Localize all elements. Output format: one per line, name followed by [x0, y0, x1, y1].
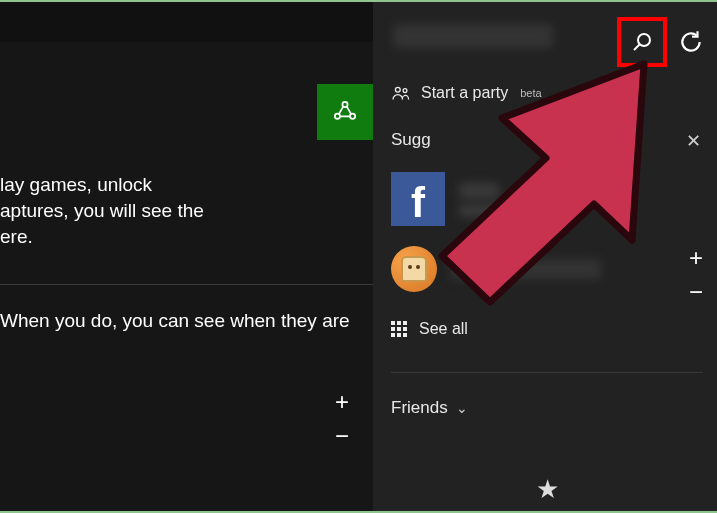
friends-section-header[interactable]: Friends ⌄ [391, 398, 468, 418]
app-window: lay games, unlock aptures, you will see … [0, 2, 717, 511]
username-redacted [451, 259, 601, 279]
friends-pane: Start a party beta Sugg ✕ f ccount ends … [373, 2, 717, 511]
suggestion-title: ccount [459, 181, 582, 199]
text-line: ere. [0, 226, 33, 247]
text-line: lay games, unlock [0, 174, 152, 195]
beta-badge: beta [520, 87, 541, 99]
share-icon [332, 99, 358, 125]
suggestion-labels: ccount ends [459, 181, 582, 216]
divider [0, 284, 373, 285]
start-party-button[interactable]: Start a party beta [391, 84, 542, 102]
friends-empty-text: When you do, you can see when they are [0, 308, 373, 334]
refresh-button[interactable] [675, 26, 707, 58]
suggestions-header: Sugg [391, 130, 431, 150]
party-icon [391, 85, 411, 101]
add-remove-group: + − [689, 248, 703, 302]
avatar [391, 246, 437, 292]
star-icon: ★ [536, 474, 559, 505]
see-all-label: See all [419, 320, 468, 338]
text-line: aptures, you will see the [0, 200, 204, 221]
suggestion-facebook[interactable]: f ccount ends [391, 172, 582, 226]
minus-icon[interactable]: − [335, 426, 349, 446]
activity-empty-text: lay games, unlock aptures, you will see … [0, 172, 260, 250]
facebook-icon: f [391, 172, 445, 226]
chevron-down-icon: ⌄ [456, 400, 468, 416]
friends-label: Friends [391, 398, 448, 418]
expand-collapse-group: + − [335, 392, 349, 446]
suggestion-subtitle: ends [459, 201, 582, 216]
gamertag-redacted [393, 24, 553, 48]
divider [391, 372, 703, 373]
svg-point-5 [395, 87, 400, 92]
search-icon [630, 30, 654, 54]
see-all-button[interactable]: See all [391, 320, 468, 338]
start-party-label: Start a party [421, 84, 508, 102]
svg-line-4 [634, 45, 640, 51]
plus-icon[interactable]: + [335, 392, 349, 412]
svg-point-3 [638, 34, 650, 46]
search-button[interactable] [617, 17, 667, 67]
text-line: When you do, you can see when they are [0, 310, 350, 331]
svg-point-1 [335, 114, 340, 119]
close-button[interactable]: ✕ [686, 130, 701, 152]
svg-point-6 [403, 89, 407, 93]
svg-point-0 [342, 102, 347, 107]
grid-icon [391, 321, 407, 337]
left-top-bar [0, 2, 373, 42]
remove-suggestion-button[interactable]: − [689, 282, 703, 302]
add-friend-button[interactable]: + [689, 248, 703, 268]
suggestion-user[interactable] [391, 246, 601, 292]
svg-point-2 [350, 114, 355, 119]
refresh-icon [678, 29, 704, 55]
share-button[interactable] [317, 84, 373, 140]
activity-feed-pane: lay games, unlock aptures, you will see … [0, 2, 373, 511]
